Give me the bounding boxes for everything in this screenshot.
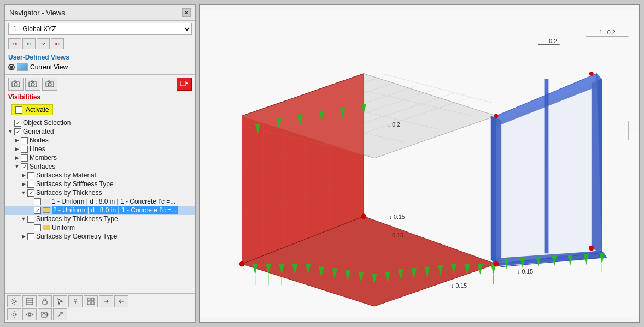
bt-grid[interactable] xyxy=(84,295,98,307)
checkbox-nodes[interactable] xyxy=(21,137,28,144)
camera-btn-1[interactable] xyxy=(8,78,24,91)
checkbox-surfaces-material[interactable] xyxy=(27,172,34,179)
expand-generated[interactable]: ▼ xyxy=(7,128,14,135)
camera-btn-2[interactable] xyxy=(25,78,40,91)
tree-item-members[interactable]: ▶ Members xyxy=(5,153,195,162)
checkbox-surfaces[interactable] xyxy=(21,163,28,170)
visibility-tree[interactable]: ▶ Object Selection ▼ Generated ▶ Nodes ▶… xyxy=(5,117,195,293)
svg-point-25 xyxy=(43,313,45,316)
label-surfaces-stiffness: Surfaces by Stiffness Type xyxy=(36,180,114,188)
checkbox-members[interactable] xyxy=(21,154,28,162)
record-btn[interactable] xyxy=(177,78,192,91)
bottom-toolbar-row1 xyxy=(7,295,193,307)
svg-text:↓ 0.15: ↓ 0.15 xyxy=(517,268,533,275)
expand-surfaces[interactable]: ▼ xyxy=(14,163,20,170)
axis-btn-z[interactable]: ↑Z xyxy=(37,38,50,49)
camera-btn-3[interactable] xyxy=(42,78,57,91)
svg-rect-9 xyxy=(180,81,186,86)
bt-lock[interactable] xyxy=(38,295,52,307)
tree-item-surfaces-material[interactable]: ▶ Surfaces by Material xyxy=(5,171,195,180)
bt-pin[interactable] xyxy=(68,295,83,307)
expand-surfaces-material[interactable]: ▶ xyxy=(20,172,27,179)
expand-surfaces-stiffness[interactable]: ▶ xyxy=(20,181,27,187)
expand-lines[interactable]: ▶ xyxy=(14,146,20,152)
checkbox-thickness-2[interactable] xyxy=(34,207,41,214)
tree-item-thickness-type[interactable]: ▼ Surfaces by Thickness Type xyxy=(5,215,195,223)
tree-item-geometry-type[interactable]: ▶ Surfaces by Geometry Type xyxy=(5,232,195,241)
navigator-views-panel: Navigator - Views × 1 - Global XYZ ↑X Y↓… xyxy=(4,4,196,323)
label-surfaces-material: Surfaces by Material xyxy=(36,171,96,179)
checkbox-generated[interactable] xyxy=(14,128,21,135)
view-icon xyxy=(17,63,28,71)
checkbox-thickness-1[interactable] xyxy=(34,198,41,205)
bt-settings-2[interactable] xyxy=(7,308,21,320)
svg-rect-18 xyxy=(87,298,90,301)
coord-system-dropdown[interactable]: 1 - Global XYZ xyxy=(8,23,192,35)
tree-item-surfaces-thickness[interactable]: ▼ Surfaces by Thickness xyxy=(5,188,195,197)
svg-text:↓ 0.15: ↓ 0.15 xyxy=(389,213,405,220)
svg-point-11 xyxy=(13,300,16,303)
tree-item-thickness-2[interactable]: ▶ 2 - Uniform | d : 8.0 in | 1 - Concret… xyxy=(5,206,195,215)
expand-surfaces-thickness[interactable]: ▼ xyxy=(20,189,27,196)
expand-thickness-type[interactable]: ▼ xyxy=(20,216,27,222)
current-view-radio[interactable] xyxy=(8,64,15,70)
axis-btn-x-down[interactable]: X↓ xyxy=(51,38,64,49)
label-uniform: Uniform xyxy=(52,224,75,231)
expand-members[interactable]: ▶ xyxy=(14,154,20,161)
bt-camera[interactable] xyxy=(38,308,52,320)
svg-point-106 xyxy=(494,261,499,267)
svg-point-105 xyxy=(361,214,366,219)
bt-list[interactable] xyxy=(22,295,37,307)
swatch-thickness-2 xyxy=(43,207,50,213)
tree-item-surfaces[interactable]: ▼ Surfaces xyxy=(5,162,195,171)
mid-toolbar xyxy=(5,76,195,92)
bt-eye[interactable] xyxy=(22,308,37,320)
bt-settings[interactable] xyxy=(7,295,21,307)
tree-item-thickness-1[interactable]: ▶ 1 - Uniform | d : 8.0 in | 1 - Concret… xyxy=(5,197,195,206)
tree-item-object-selection[interactable]: ▶ Object Selection xyxy=(5,118,195,127)
checkbox-lines[interactable] xyxy=(21,146,28,153)
bt-cursor[interactable] xyxy=(53,295,67,307)
svg-text:↓ 0.2: ↓ 0.2 xyxy=(388,121,400,128)
expand-geometry-type[interactable]: ▶ xyxy=(20,233,27,240)
svg-rect-20 xyxy=(87,302,90,305)
label-thickness-type: Surfaces by Thickness Type xyxy=(36,215,118,223)
bt-arrow-diag[interactable] xyxy=(53,308,67,320)
checkbox-geometry-type[interactable] xyxy=(27,233,34,240)
close-button[interactable]: × xyxy=(182,8,191,17)
current-view-row: Current View xyxy=(5,62,195,73)
activate-button[interactable]: Activate xyxy=(11,104,53,115)
viewport-3d[interactable]: 1 | 0.2 0.2 ↓ 0.2 ↓ 0.15 ↓ 0.15 ↓ 0.15 ↓… xyxy=(200,5,639,322)
label-surfaces-thickness: Surfaces by Thickness xyxy=(36,189,102,197)
bt-arrow-right[interactable] xyxy=(99,295,113,307)
checkbox-surfaces-stiffness[interactable] xyxy=(27,181,34,188)
label-members: Members xyxy=(30,154,57,162)
svg-point-22 xyxy=(13,313,16,316)
svg-point-4 xyxy=(31,83,34,86)
checkbox-thickness-type[interactable] xyxy=(27,216,34,223)
tree-item-lines[interactable]: ▶ Lines xyxy=(5,145,195,153)
bottom-toolbar-row2 xyxy=(7,308,193,320)
checkbox-surfaces-thickness[interactable] xyxy=(27,189,34,197)
checkbox-object-selection[interactable] xyxy=(14,120,21,127)
svg-rect-15 xyxy=(43,301,47,304)
bt-arrow-left[interactable] xyxy=(114,295,128,307)
tree-item-uniform[interactable]: ▶ Uniform xyxy=(5,223,195,232)
tree-item-generated[interactable]: ▼ Generated xyxy=(5,127,195,136)
svg-point-108 xyxy=(589,246,594,251)
svg-point-23 xyxy=(28,313,31,316)
checkbox-uniform[interactable] xyxy=(34,224,41,231)
tree-item-nodes[interactable]: ▶ Nodes xyxy=(5,136,195,145)
svg-point-107 xyxy=(494,114,499,118)
axis-btn-x-up[interactable]: ↑X xyxy=(8,38,21,49)
activate-checkbox[interactable] xyxy=(15,106,22,114)
svg-rect-5 xyxy=(31,81,33,82)
svg-text:1 | 0.2: 1 | 0.2 xyxy=(599,29,615,35)
svg-marker-10 xyxy=(186,82,188,85)
tree-item-surfaces-stiffness[interactable]: ▶ Surfaces by Stiffness Type xyxy=(5,180,195,188)
viewport-3d-panel[interactable]: 1 | 0.2 0.2 ↓ 0.2 ↓ 0.15 ↓ 0.15 ↓ 0.15 ↓… xyxy=(199,4,640,323)
svg-point-1 xyxy=(14,83,17,86)
axis-btn-y[interactable]: Y↓ xyxy=(22,38,36,49)
expand-nodes[interactable]: ▶ xyxy=(14,137,20,144)
svg-rect-8 xyxy=(48,81,50,82)
